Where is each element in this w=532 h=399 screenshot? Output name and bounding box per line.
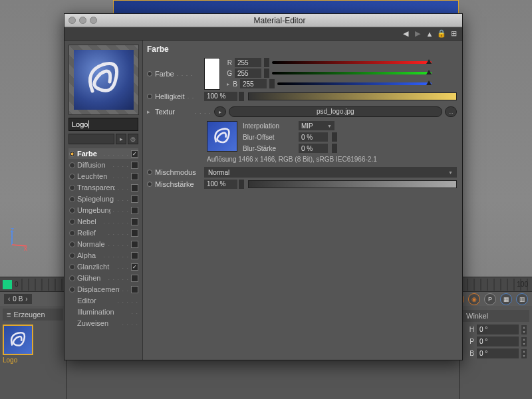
- b-arrow-icon[interactable]: ▸: [224, 81, 229, 87]
- close-icon[interactable]: [68, 17, 76, 24]
- timeline-end: 100: [517, 281, 528, 288]
- minimize-icon[interactable]: [79, 17, 86, 24]
- new-tab-icon[interactable]: ⊞: [449, 29, 458, 39]
- color-swatch[interactable]: [204, 58, 220, 90]
- channel-checkbox[interactable]: [131, 241, 138, 248]
- channel-row[interactable]: Umgebung. . . .: [68, 205, 138, 215]
- channel-checkbox[interactable]: [131, 162, 138, 169]
- autokey-button[interactable]: ◉: [468, 293, 480, 305]
- texture-play-icon[interactable]: ▸: [214, 106, 226, 117]
- bullet-icon: [69, 196, 75, 202]
- texture-browse-icon[interactable]: …: [445, 106, 457, 117]
- channel-checkbox[interactable]: [131, 218, 138, 225]
- spinner-icon[interactable]: ▲▼: [521, 325, 527, 334]
- material-thumb-label: Logo: [3, 356, 63, 364]
- nav-up-icon[interactable]: ▲: [425, 29, 434, 39]
- channel-label: Leuchten: [77, 172, 110, 180]
- spinner-icon[interactable]: [264, 68, 269, 78]
- mixstrength-slider[interactable]: [248, 180, 457, 188]
- channel-row[interactable]: Transparenz. . .: [68, 182, 138, 193]
- spinner-icon[interactable]: [264, 58, 269, 67]
- blur-offset-field[interactable]: 0 %: [299, 132, 328, 142]
- disclosure-icon[interactable]: ▸: [147, 108, 152, 115]
- channel-row[interactable]: Zuweisen. . . .: [68, 318, 138, 329]
- texture-thumbnail[interactable]: [207, 121, 237, 152]
- channel-row[interactable]: Alpha. . . . . .: [68, 250, 138, 261]
- channel-row[interactable]: Illumination. .: [68, 307, 138, 317]
- svg-line-1: [12, 245, 27, 246]
- rot-p-field[interactable]: 0 °: [477, 336, 519, 346]
- r-slider[interactable]: [272, 59, 432, 66]
- g-slider[interactable]: [272, 69, 432, 77]
- b-slider[interactable]: [277, 80, 432, 88]
- spinner-icon[interactable]: [269, 79, 275, 88]
- spinner-icon[interactable]: [332, 132, 337, 142]
- brightness-field[interactable]: 100 %: [204, 92, 237, 101]
- channel-row[interactable]: Glühen. . . . .: [68, 273, 138, 283]
- mixstrength-label: Mischstärke: [155, 180, 194, 188]
- g-field[interactable]: 255: [235, 68, 261, 78]
- menu-icon: ≡: [7, 311, 11, 319]
- material-name-input[interactable]: Logo: [68, 118, 138, 131]
- channel-label: Normale: [77, 240, 106, 248]
- keyframe-icon2-button[interactable]: ▥: [516, 293, 528, 305]
- brightness-slider[interactable]: [248, 92, 457, 100]
- spinner-icon[interactable]: [239, 180, 244, 189]
- spinner-icon[interactable]: ▲▼: [521, 337, 527, 346]
- channel-row[interactable]: Glanzlicht. . . ✓: [68, 261, 138, 272]
- spinner-icon[interactable]: ▲▼: [521, 349, 527, 358]
- filter-go-icon[interactable]: ▸: [116, 134, 126, 144]
- channel-row[interactable]: Normale. . . . .: [68, 239, 138, 249]
- nav-back-icon[interactable]: ◀: [401, 29, 410, 39]
- channel-row[interactable]: Diffusion. . . .: [68, 160, 138, 170]
- filter-input[interactable]: [68, 134, 114, 144]
- blur-strength-field[interactable]: 0 %: [299, 144, 328, 153]
- lock-icon[interactable]: 🔒: [437, 29, 446, 39]
- material-preview[interactable]: [68, 45, 139, 115]
- channel-row[interactable]: Spiegelung. . .: [68, 194, 138, 204]
- keyframe-p-button[interactable]: P: [484, 293, 496, 305]
- frame-field-left[interactable]: ‹ 0 B ›: [4, 294, 32, 304]
- texture-path-field[interactable]: psd_logo.jpg: [229, 106, 442, 117]
- material-thumbnail[interactable]: [3, 325, 33, 355]
- r-field[interactable]: 255: [235, 58, 261, 67]
- channel-checkbox[interactable]: [131, 173, 138, 180]
- zoom-icon[interactable]: [90, 17, 97, 24]
- channel-checkbox[interactable]: ✓: [131, 263, 138, 271]
- texture-resolution: Auflösung 1466 x 1466, RGB (8 Bit), sRGB…: [207, 156, 457, 163]
- bullet-icon: [69, 287, 75, 293]
- keyframe-icon-button[interactable]: ▦: [500, 293, 512, 305]
- channel-row[interactable]: Relief. . . . .: [68, 227, 138, 238]
- channel-row[interactable]: Leuchten. . . .: [68, 171, 138, 182]
- timeline-start: 0: [15, 281, 19, 288]
- channel-row[interactable]: Displacement. .: [68, 284, 138, 295]
- channel-row[interactable]: Farbe. . . . . . ✓: [68, 148, 138, 159]
- traffic-lights[interactable]: [68, 17, 97, 24]
- channel-checkbox[interactable]: [131, 207, 138, 214]
- spinner-icon[interactable]: [239, 92, 244, 101]
- channel-checkbox[interactable]: [131, 286, 138, 293]
- channel-checkbox[interactable]: ✓: [131, 150, 138, 158]
- window-titlebar[interactable]: Material-Editor: [65, 14, 462, 27]
- b-field[interactable]: 255: [240, 79, 267, 88]
- channel-checkbox[interactable]: [131, 252, 138, 259]
- interpolation-dropdown[interactable]: MIP▼: [299, 121, 334, 130]
- channel-checkbox[interactable]: [131, 184, 138, 192]
- channel-checkbox[interactable]: [131, 196, 138, 203]
- mixstrength-field[interactable]: 100 %: [204, 180, 237, 189]
- rot-b-field[interactable]: 0 °: [477, 348, 519, 358]
- channel-checkbox[interactable]: [131, 229, 138, 237]
- spinner-icon[interactable]: [332, 144, 337, 153]
- playhead-icon[interactable]: [3, 280, 12, 289]
- mixmode-label: Mischmodus: [155, 168, 196, 176]
- b-label: B: [232, 80, 237, 88]
- rot-h-field[interactable]: 0 °: [477, 325, 519, 334]
- filter-target-icon[interactable]: ◎: [128, 134, 138, 144]
- channel-label: Spiegelung: [77, 195, 115, 203]
- channel-row[interactable]: Editor. . . . .: [68, 295, 138, 306]
- materials-menu-erzeugen[interactable]: ≡ Erzeugen: [3, 309, 63, 321]
- channel-row[interactable]: Nebel. . . . . .: [68, 216, 138, 227]
- channel-checkbox[interactable]: [131, 275, 138, 282]
- mixmode-dropdown[interactable]: Normal▼: [204, 167, 457, 178]
- nav-fwd-icon[interactable]: ▶: [413, 29, 422, 39]
